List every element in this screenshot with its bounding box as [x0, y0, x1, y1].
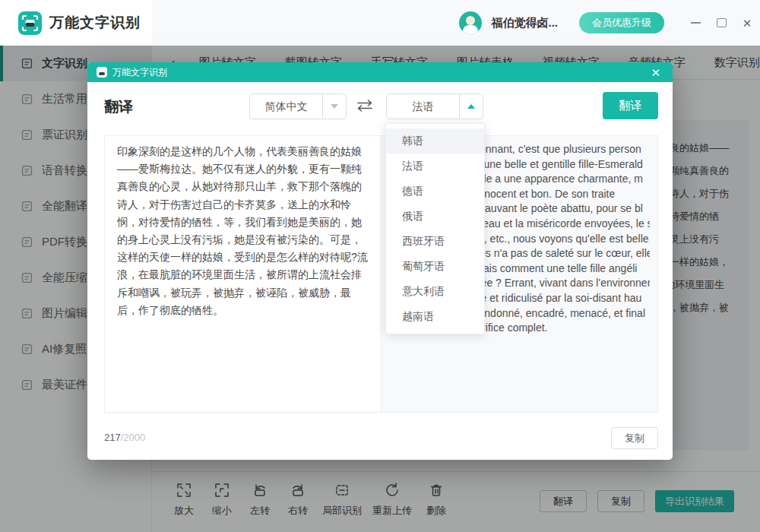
member-upgrade-button[interactable]: 会员优惠升级	[579, 12, 664, 33]
source-language-value: 简体中文	[250, 94, 322, 119]
char-counter: 217/2000	[104, 432, 145, 443]
swap-languages-icon[interactable]	[355, 100, 375, 114]
dropdown-option-russian[interactable]: 俄语	[386, 204, 484, 229]
translation-panels: 印象深刻的是这样的几个人物，代表美丽善良的姑娘——爱斯梅拉达。她不仅有迷人的外貌…	[104, 135, 658, 413]
translate-heading: 翻译	[104, 97, 133, 117]
maximize-icon	[717, 18, 727, 27]
dropdown-option-french[interactable]: 法语	[386, 154, 484, 179]
dropdown-option-italian[interactable]: 意大利语	[386, 279, 484, 304]
dropdown-option-vietnamese[interactable]: 越南语	[386, 304, 484, 329]
window-close-button[interactable]: ✕	[734, 0, 760, 46]
dialog-body: 翻译 简体中文 法语 翻译 印象深刻的是这样的几个人物，代表美丽善良的姑娘——爱…	[87, 82, 673, 460]
app-window: 万能文字识别 福伯觉得卤... 会员优惠升级 ✕ 文字识别 生活常用识别 票证识…	[0, 0, 760, 532]
dropdown-option-spanish[interactable]: 西班牙语	[386, 229, 484, 254]
dialog-titlebar: 万能文字识别 ✕	[87, 62, 673, 82]
minimize-icon	[691, 22, 701, 24]
user-avatar[interactable]	[459, 11, 482, 34]
username[interactable]: 福伯觉得卤...	[491, 16, 558, 30]
source-text-area[interactable]: 印象深刻的是这样的几个人物，代表美丽善良的姑娘——爱斯梅拉达。她不仅有迷人的外貌…	[105, 136, 381, 412]
source-language-select[interactable]: 简体中文	[249, 93, 347, 119]
app-logo-icon	[18, 11, 42, 35]
dialog-app-icon	[97, 67, 107, 78]
dropdown-option-portuguese[interactable]: 葡萄牙语	[386, 254, 484, 279]
chevron-up-icon	[459, 94, 483, 119]
target-language-value: 法语	[387, 94, 459, 119]
char-limit: /2000	[121, 432, 146, 443]
translate-dialog: 万能文字识别 ✕ 翻译 简体中文 法语 翻译 印象深刻的是这样的几个人物，代表美…	[87, 62, 673, 460]
chevron-down-icon	[322, 94, 346, 119]
copy-translation-button[interactable]: 复制	[611, 427, 658, 449]
logo-zone: 万能文字识别	[0, 0, 152, 46]
target-language-select[interactable]: 法语	[386, 93, 483, 119]
char-count: 217	[104, 432, 121, 443]
app-title: 万能文字识别	[49, 13, 141, 33]
dropdown-option-korean[interactable]: 韩语	[386, 128, 484, 154]
titlebar: 万能文字识别 福伯觉得卤... 会员优惠升级 ✕	[0, 0, 760, 46]
minimize-button[interactable]	[682, 0, 708, 46]
user-zone: 福伯觉得卤... 会员优惠升级 ✕	[459, 0, 760, 46]
close-icon: ✕	[743, 17, 752, 29]
dropdown-option-german[interactable]: 德语	[386, 179, 484, 204]
maximize-button[interactable]	[708, 0, 734, 46]
dialog-close-button[interactable]: ✕	[648, 67, 663, 78]
language-dropdown: 韩语 法语 德语 俄语 西班牙语 葡萄牙语 意大利语 越南语	[385, 123, 485, 334]
translate-button[interactable]: 翻译	[603, 92, 658, 119]
dialog-title: 万能文字识别	[112, 66, 167, 79]
